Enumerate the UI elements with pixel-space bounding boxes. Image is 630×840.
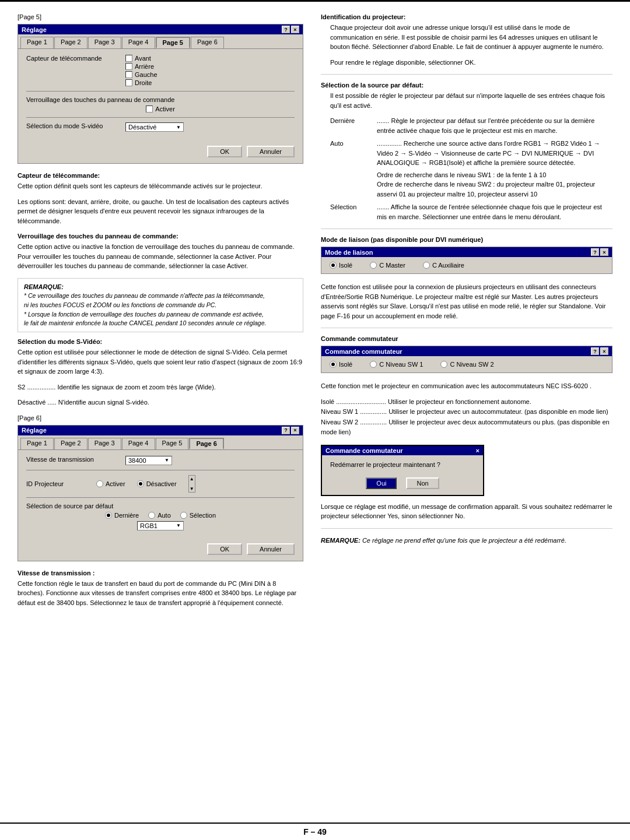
auto-extra1: Ordre de recherche dans le niveau SW1 : … (377, 170, 612, 180)
id-scroll[interactable]: ▲ ▼ (188, 475, 195, 493)
tab-page4[interactable]: Page 4 (122, 37, 155, 48)
smode-value: Désactivé (128, 124, 156, 131)
smode-select[interactable]: Désactivé ▼ (125, 122, 184, 132)
auxiliaire-radio[interactable] (423, 262, 430, 269)
tab-page1[interactable]: Page 1 (20, 37, 54, 48)
gauche-label: Gauche (135, 71, 158, 78)
svideo-para: Cette option est utilisée pour sélection… (18, 347, 303, 377)
id-activer-radio[interactable] (96, 480, 103, 487)
mode-liaison-close[interactable]: × (600, 248, 608, 256)
page5-dialog-title: Réglage (22, 26, 47, 33)
page5-close-button[interactable]: × (291, 26, 299, 33)
page6-close-button[interactable]: × (291, 427, 299, 434)
final-remark-text: Ce réglage ne prend effet qu'une fois qu… (362, 537, 566, 544)
capteur-checkboxes: Avant Arrière Gauche (125, 55, 158, 86)
arriere-item: Arrière (125, 63, 158, 70)
gauche-item: Gauche (125, 71, 158, 78)
vitesse-value: 38400 (128, 457, 146, 464)
sep4 (321, 528, 612, 529)
tab-page6[interactable]: Page 6 (191, 37, 224, 48)
commande-section: Commande commutateur Commande commutateu… (321, 335, 612, 521)
capteur-row: Capteur de télécommande Avant Arrière (26, 55, 295, 86)
sep2 (321, 229, 612, 229)
commande-title: Commande commutateur (325, 348, 402, 355)
scroll-up-icon: ▲ (190, 476, 194, 481)
vitesse-label: Vitesse de transmission (26, 456, 120, 463)
tab-page5[interactable]: Page 5 (156, 37, 190, 48)
confirm-title-text: Commande commutateur (326, 447, 403, 454)
selection-desc-row: Sélection ....... Affiche la source de l… (330, 202, 612, 222)
source-radio-group: Dernière Auto Sélection (26, 512, 295, 519)
avant-checkbox[interactable] (125, 55, 132, 62)
selection-content: Il est possible de régler le projecteur … (321, 91, 612, 222)
capteur-para1: Cette option définit quels sont les capt… (18, 181, 303, 191)
p6-tab-page3[interactable]: Page 3 (88, 438, 121, 449)
content-area: [Page 5] Réglage ? × Page 1 Page 2 Page … (0, 2, 630, 823)
page6-annuler-button[interactable]: Annuler (247, 543, 295, 555)
comm-niv2-radio[interactable] (440, 361, 447, 368)
auto-key: Auto (330, 139, 377, 199)
comm-isole-radio[interactable] (330, 361, 337, 368)
page5-dialog-footer: OK Annuler (18, 142, 303, 163)
page6-ok-button[interactable]: OK (207, 543, 242, 555)
p6-tab-page2[interactable]: Page 2 (54, 438, 88, 449)
droite-checkbox[interactable] (125, 79, 132, 86)
identification-heading: Identification du projecteur: (321, 13, 612, 20)
p6-tab-page6[interactable]: Page 6 (189, 438, 223, 449)
mode-liaison-help[interactable]: ? (591, 248, 599, 256)
tab-page2[interactable]: Page 2 (54, 37, 88, 48)
remarque-box: REMARQUE: * Ce verrouillage des touches … (18, 278, 303, 333)
vitesse-select[interactable]: 38400 ▼ (125, 456, 172, 465)
commande-titlebar: Commande commutateur ? × (321, 346, 612, 356)
identification-para1: Chaque projecteur doit avoir une adresse… (330, 23, 612, 52)
id-desact-radio[interactable] (137, 480, 144, 487)
page5-label: [Page 5] (18, 13, 303, 20)
arriere-checkbox[interactable] (125, 63, 132, 70)
commande-controls: ? × (591, 347, 608, 355)
oui-button[interactable]: Oui (366, 477, 397, 489)
droite-item: Droite (125, 79, 158, 86)
commande-close[interactable]: × (600, 347, 608, 355)
sep3 (321, 328, 612, 328)
page5-dialog-body: Capteur de télécommande Avant Arrière (18, 49, 303, 142)
page6-dialog-titlebar: Réglage ? × (18, 426, 303, 435)
master-label: C Master (379, 262, 405, 269)
niv1-desc: Niveau SW 1 ............... Utiliser le … (321, 407, 612, 417)
auto-radio[interactable] (148, 512, 155, 519)
mode-liaison-titlebar: Mode de liaison ? × (321, 247, 612, 257)
selection-radio[interactable] (180, 512, 187, 519)
gauche-checkbox[interactable] (125, 71, 132, 78)
master-radio[interactable] (370, 262, 377, 269)
smode-label: Sélection du mode S-vidéo (26, 122, 120, 129)
p6-tab-page1[interactable]: Page 1 (20, 438, 54, 449)
smode-arrow: ▼ (176, 125, 181, 130)
activer-checkbox[interactable] (146, 106, 153, 113)
page5-ok-button[interactable]: OK (207, 146, 242, 157)
capteur-para2: Les options sont: devant, arrière, droit… (18, 197, 303, 226)
p6-tab-page4[interactable]: Page 4 (122, 438, 155, 449)
page5-annuler-button[interactable]: Annuler (247, 146, 295, 157)
commande-para: Cette fonction met le projecteur en comm… (321, 381, 612, 391)
commande-help[interactable]: ? (591, 347, 599, 355)
verrou-label: Verrouillage des touches du panneau de c… (26, 96, 295, 103)
master-item: C Master (370, 262, 405, 269)
vitesse-heading: Vitesse de transmission : (18, 570, 303, 577)
non-button[interactable]: Non (406, 477, 439, 489)
svideo-section: Sélection du mode S-Vidéo: Cette option … (18, 338, 303, 407)
confirm-close-icon[interactable]: × (476, 447, 480, 454)
tab-page3[interactable]: Page 3 (88, 37, 121, 48)
p6-tab-page5[interactable]: Page 5 (156, 438, 189, 449)
vitesse-section: Vitesse de transmission : Cette fonction… (18, 570, 303, 608)
page-container: [Page 5] Réglage ? × Page 1 Page 2 Page … (0, 0, 630, 840)
remarque-content: * Ce verrouillage des touches du panneau… (24, 291, 297, 328)
page6-help-button[interactable]: ? (282, 427, 290, 434)
page5-help-button[interactable]: ? (282, 26, 290, 33)
derniere-radio[interactable] (105, 512, 112, 519)
isole-radio[interactable] (330, 262, 337, 269)
commande-body: Isolé C Niveau SW 1 C Niveau SW 2 (321, 356, 612, 372)
page5-dialog-tabs: Page 1 Page 2 Page 3 Page 4 Page 5 Page … (18, 34, 303, 49)
comm-niv1-radio[interactable] (370, 361, 377, 368)
isole-item: Isolé (330, 262, 352, 269)
source-sub-select[interactable]: RGB1 ▼ (137, 521, 184, 530)
page6-label: [Page 6] (18, 414, 303, 421)
